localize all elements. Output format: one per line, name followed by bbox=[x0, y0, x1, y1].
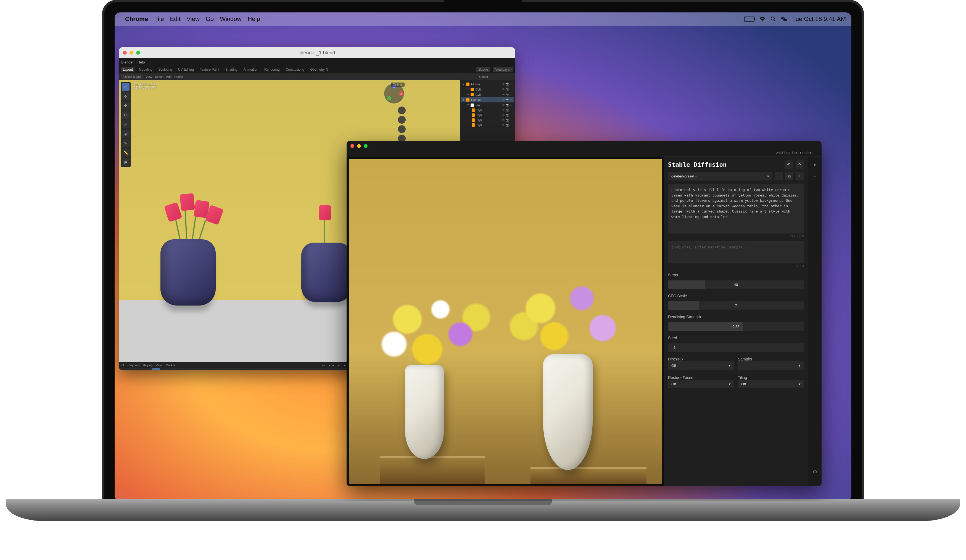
viewport-options[interactable]: Options bbox=[391, 82, 404, 87]
chevron-down-icon: ▾ bbox=[729, 364, 731, 368]
outliner-item[interactable]: ▾Cyli👁 📷 ▭ bbox=[461, 92, 514, 97]
tool-move[interactable]: ✥ bbox=[122, 102, 130, 110]
control-center-icon[interactable] bbox=[781, 17, 787, 21]
desktop: Chrome File Edit View Go Window Help Tue… bbox=[115, 12, 851, 501]
menu-file[interactable]: File bbox=[154, 15, 164, 23]
tool-measure[interactable]: 📏 bbox=[122, 149, 130, 157]
zoom-icon[interactable] bbox=[398, 106, 406, 114]
tool-transform[interactable]: ◈ bbox=[122, 130, 130, 138]
tab-compositing[interactable]: Compositing bbox=[284, 67, 306, 72]
battery-icon[interactable] bbox=[744, 16, 754, 21]
outliner-item[interactable]: ▾Flo👁 📷 ▭ bbox=[461, 102, 514, 108]
timeline-playback[interactable]: Playback bbox=[128, 364, 140, 367]
header-view[interactable]: View bbox=[146, 75, 152, 79]
viewport-view-label: User Perspective bbox=[133, 82, 156, 86]
sampler-select[interactable]: ▾ bbox=[738, 361, 804, 370]
tab-layout[interactable]: Layout bbox=[121, 67, 135, 72]
outliner-item[interactable]: Cyli👁 📷 ▭ bbox=[461, 113, 514, 118]
preset-copy-button[interactable]: ⧉ bbox=[785, 172, 794, 180]
window-zoom-button[interactable] bbox=[364, 144, 368, 148]
tool-addcube[interactable]: ▣ bbox=[122, 158, 130, 166]
hires-select[interactable]: Off▾ bbox=[668, 361, 734, 370]
cfg-slider[interactable]: 7 bbox=[668, 301, 804, 309]
outliner-item[interactable]: ▸Flower👁 📷 ▭ bbox=[461, 82, 514, 87]
tab-animation[interactable]: Animation bbox=[242, 67, 260, 72]
outliner-item[interactable]: ▾Cyli👁 📷 ▭ bbox=[461, 87, 514, 92]
mode-selector[interactable]: Object Mode bbox=[121, 75, 143, 79]
blender-menu-blender[interactable]: Blender bbox=[121, 60, 134, 64]
scene-label[interactable]: Scene bbox=[476, 67, 490, 72]
preset-add-button[interactable]: + bbox=[796, 172, 804, 180]
tiling-select[interactable]: Off▾ bbox=[738, 380, 804, 388]
tab-modeling[interactable]: Modeling bbox=[137, 67, 154, 72]
tab-rendering[interactable]: Rendering bbox=[263, 67, 281, 72]
outliner-item-selected[interactable]: ▾Pot.001👁 📷 ▭ bbox=[461, 97, 514, 102]
sd-titlebar[interactable] bbox=[347, 141, 821, 151]
menu-view[interactable]: View bbox=[187, 15, 200, 23]
preset-more-button[interactable]: ⋯ bbox=[775, 172, 783, 180]
seed-input[interactable] bbox=[668, 343, 804, 352]
tab-uv-editing[interactable]: UV Editing bbox=[176, 67, 196, 72]
window-close-button[interactable] bbox=[123, 51, 127, 55]
outliner-item[interactable]: Cyli👁 📷 ▭ bbox=[461, 123, 514, 128]
timeline-marker[interactable]: Marker bbox=[166, 364, 175, 367]
window-close-button[interactable] bbox=[350, 144, 354, 148]
menubar-app-name[interactable]: Chrome bbox=[125, 15, 148, 23]
menu-go[interactable]: Go bbox=[206, 15, 214, 23]
sparkle-icon[interactable]: ✦ bbox=[813, 162, 817, 168]
timeline-view[interactable]: View bbox=[156, 364, 163, 367]
vase3d-object-1[interactable] bbox=[161, 239, 216, 306]
painted-table bbox=[531, 467, 646, 484]
negative-prompt-textarea[interactable] bbox=[668, 241, 804, 263]
header-select[interactable]: Select bbox=[155, 75, 163, 79]
vase3d-object-2[interactable] bbox=[301, 242, 351, 302]
header-add[interactable]: Add bbox=[166, 75, 172, 79]
blender-titlebar[interactable]: blender_1.blend bbox=[119, 47, 515, 58]
blender-window-title: blender_1.blend bbox=[140, 50, 495, 56]
svg-text:Y: Y bbox=[388, 97, 390, 100]
preset-selector[interactable]: deleted-preset • ▾ bbox=[668, 172, 772, 180]
tool-annotate[interactable]: ✎ bbox=[122, 139, 130, 147]
preset-name: deleted-preset • bbox=[671, 174, 697, 178]
steps-slider[interactable]: 40 bbox=[668, 280, 804, 289]
tab-geometry[interactable]: Geometry N bbox=[309, 67, 330, 72]
tool-cursor[interactable]: ✛ bbox=[122, 92, 130, 100]
tab-texture-paint[interactable]: Texture Paint bbox=[198, 67, 221, 72]
timeline-keying[interactable]: Keying bbox=[143, 364, 153, 367]
pan-icon[interactable] bbox=[398, 116, 406, 124]
menu-edit[interactable]: Edit bbox=[170, 15, 181, 23]
settings-icon[interactable]: ⚙ bbox=[813, 469, 817, 475]
spotlight-icon[interactable] bbox=[770, 16, 776, 22]
wifi-icon[interactable] bbox=[759, 16, 766, 21]
tab-shading[interactable]: Shading bbox=[224, 67, 239, 72]
outliner-item[interactable]: Cyli👁 📷 ▭ bbox=[461, 118, 514, 123]
window-minimize-button[interactable] bbox=[357, 144, 361, 148]
header-object[interactable]: Object bbox=[174, 75, 183, 79]
menubar-datetime[interactable]: Tue Oct 18 9:41 AM bbox=[792, 15, 846, 23]
laptop-base bbox=[6, 499, 960, 521]
blender-menu-help[interactable]: Help bbox=[138, 60, 145, 64]
tool-rotate[interactable]: ⟳ bbox=[122, 111, 130, 119]
menu-help[interactable]: Help bbox=[247, 15, 260, 23]
denoise-slider[interactable]: 0.55 bbox=[668, 323, 804, 331]
viewlayer-label[interactable]: ViewLayer bbox=[493, 67, 513, 72]
denoise-label: Denoising Strength bbox=[668, 314, 804, 319]
undo-button[interactable]: ↶ bbox=[785, 160, 793, 169]
restore-select[interactable]: Off▾ bbox=[668, 380, 734, 388]
cfg-value: 7 bbox=[668, 301, 804, 309]
orientation-selector[interactable]: Global bbox=[479, 75, 488, 79]
prompt-textarea[interactable] bbox=[668, 184, 804, 234]
tool-scale[interactable]: ⤢ bbox=[122, 121, 130, 128]
denoise-value: 0.55 bbox=[668, 323, 804, 331]
playhead[interactable]: 22 bbox=[152, 368, 160, 370]
window-minimize-button[interactable] bbox=[130, 51, 133, 55]
camera-icon[interactable] bbox=[398, 125, 406, 133]
tab-sculpting[interactable]: Sculpting bbox=[157, 67, 174, 72]
redo-button[interactable]: ↷ bbox=[796, 160, 804, 169]
tiling-label: Tiling bbox=[738, 375, 804, 380]
outliner-item[interactable]: Cyli👁 📷 ▭ bbox=[461, 108, 514, 113]
window-zoom-button[interactable] bbox=[136, 51, 140, 55]
tool-select-box[interactable]: ▭ bbox=[122, 83, 130, 91]
menu-window[interactable]: Window bbox=[220, 15, 242, 23]
add-icon[interactable]: + bbox=[813, 174, 816, 179]
